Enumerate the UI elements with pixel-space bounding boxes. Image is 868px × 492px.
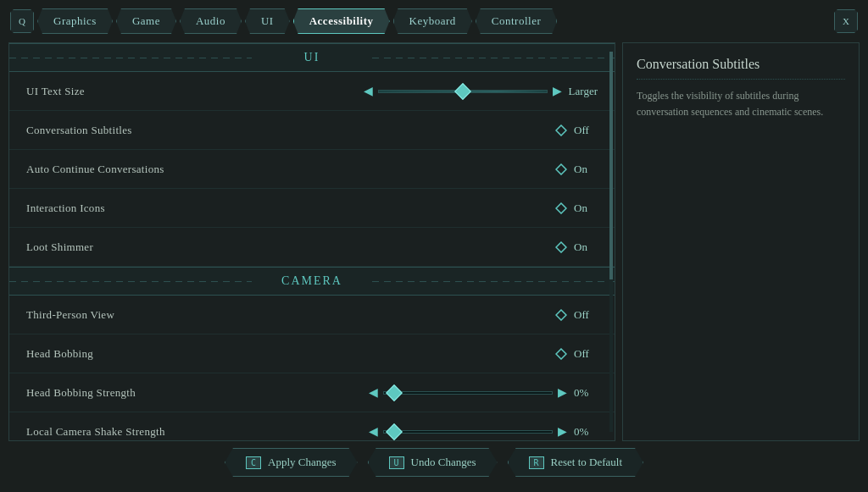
setting-third-person-view[interactable]: Third-Person View Off bbox=[9, 296, 615, 334]
tab-game[interactable]: Game bbox=[116, 8, 176, 34]
setting-camera-shake-strength[interactable]: Local Camera Shake Strength ◀ ▶ 0% bbox=[9, 412, 615, 441]
setting-value: Off bbox=[479, 308, 598, 322]
setting-value: Off bbox=[479, 347, 598, 361]
nav-corner-q[interactable]: Q bbox=[10, 9, 34, 33]
setting-value: On bbox=[479, 240, 598, 254]
x-label: X bbox=[843, 16, 849, 26]
toggle-icon bbox=[555, 124, 567, 136]
setting-label: Auto Continue Conversations bbox=[26, 163, 479, 176]
slider-right-arrow[interactable]: ▶ bbox=[558, 385, 567, 400]
reset-to-default-button[interactable]: R Reset to Default bbox=[508, 448, 644, 477]
setting-label: UI Text Size bbox=[26, 85, 364, 98]
slider-thumb bbox=[454, 83, 471, 100]
slider-track[interactable] bbox=[383, 430, 553, 434]
setting-head-bobbing[interactable]: Head Bobbing Off bbox=[9, 334, 615, 373]
apply-changes-button[interactable]: C Apply Changes bbox=[225, 448, 358, 477]
nav-corner-x[interactable]: X bbox=[834, 9, 858, 33]
setting-label: Interaction Icons bbox=[26, 202, 479, 215]
tab-ui[interactable]: UI bbox=[245, 8, 290, 34]
slider-left-arrow[interactable]: ◀ bbox=[369, 424, 378, 439]
toggle-value: Off bbox=[574, 124, 598, 137]
reset-key-badge: R bbox=[529, 456, 544, 469]
undo-changes-button[interactable]: U Undo Changes bbox=[368, 448, 498, 477]
setting-label: Local Camera Shake Strength bbox=[26, 425, 369, 439]
toggle-icon bbox=[555, 309, 567, 321]
ui-section-title: UI bbox=[287, 51, 337, 64]
setting-label: Head Bobbing bbox=[26, 347, 479, 361]
setting-label: Conversation Subtitles bbox=[26, 124, 479, 137]
svg-marker-5 bbox=[556, 349, 566, 359]
bottom-bar: C Apply Changes U Undo Changes R Reset t… bbox=[0, 441, 868, 484]
slider-track[interactable] bbox=[378, 90, 548, 93]
slider-value-text: Larger bbox=[569, 85, 598, 98]
scrollbar[interactable] bbox=[609, 52, 613, 432]
info-panel: Conversation Subtitles Toggles the visib… bbox=[622, 42, 860, 441]
reset-label: Reset to Default bbox=[551, 456, 622, 469]
slider-right-arrow[interactable]: ▶ bbox=[553, 84, 562, 98]
settings-panel: UI UI Text Size ◀ ▶ Larger Conversation … bbox=[8, 42, 615, 441]
slider-left-arrow[interactable]: ◀ bbox=[364, 84, 373, 98]
setting-value: ◀ ▶ 0% bbox=[369, 385, 598, 400]
main-content: UI UI Text Size ◀ ▶ Larger Conversation … bbox=[0, 42, 868, 441]
apply-label: Apply Changes bbox=[268, 456, 337, 469]
tab-controller[interactable]: Controller bbox=[476, 8, 557, 34]
slider-ui-text-size[interactable]: ◀ ▶ bbox=[364, 84, 562, 98]
slider-camera-shake[interactable]: ◀ ▶ bbox=[369, 424, 567, 439]
tab-keyboard[interactable]: Keyboard bbox=[393, 8, 472, 34]
undo-label: Undo Changes bbox=[411, 456, 476, 469]
scroll-thumb[interactable] bbox=[609, 52, 613, 279]
svg-marker-1 bbox=[556, 164, 566, 174]
setting-head-bobbing-strength[interactable]: Head Bobbing Strength ◀ ▶ 0% bbox=[9, 373, 615, 412]
slider-thumb bbox=[386, 384, 403, 401]
toggle-value: On bbox=[574, 240, 598, 254]
tab-accessibility[interactable]: Accessibility bbox=[293, 8, 390, 34]
toggle-value: Off bbox=[574, 308, 598, 322]
toggle-icon bbox=[555, 163, 567, 175]
setting-value: ◀ ▶ Larger bbox=[364, 84, 598, 98]
toggle-icon bbox=[555, 348, 567, 360]
slider-left-arrow[interactable]: ◀ bbox=[369, 385, 378, 400]
setting-value: On bbox=[479, 163, 598, 176]
apply-key-badge: C bbox=[246, 456, 261, 469]
setting-auto-continue[interactable]: Auto Continue Conversations On bbox=[9, 150, 615, 189]
undo-key-badge: U bbox=[389, 456, 404, 469]
slider-value-text: 0% bbox=[574, 386, 598, 400]
svg-marker-3 bbox=[556, 242, 566, 252]
svg-marker-0 bbox=[556, 125, 566, 135]
setting-conversation-subtitles[interactable]: Conversation Subtitles Off bbox=[9, 111, 615, 150]
top-navigation: Q Graphics Game Audio UI Accessibility K… bbox=[0, 0, 868, 42]
slider-right-arrow[interactable]: ▶ bbox=[558, 424, 567, 439]
q-label: Q bbox=[19, 16, 25, 26]
slider-value-text: 0% bbox=[574, 425, 598, 439]
info-panel-description: Toggles the visibility of subtitles duri… bbox=[637, 88, 845, 120]
toggle-value: On bbox=[574, 163, 598, 176]
toggle-value: Off bbox=[574, 347, 598, 361]
ui-section-header: UI bbox=[9, 43, 615, 72]
slider-thumb bbox=[386, 423, 403, 440]
setting-interaction-icons[interactable]: Interaction Icons On bbox=[9, 189, 615, 228]
camera-section-title: Camera bbox=[264, 274, 359, 288]
toggle-value: On bbox=[574, 202, 598, 215]
setting-value: Off bbox=[479, 124, 598, 137]
setting-label: Head Bobbing Strength bbox=[26, 386, 369, 400]
setting-value: On bbox=[479, 202, 598, 215]
setting-ui-text-size[interactable]: UI Text Size ◀ ▶ Larger bbox=[9, 72, 615, 111]
info-panel-title: Conversation Subtitles bbox=[637, 57, 845, 80]
slider-track[interactable] bbox=[383, 391, 553, 395]
tab-audio[interactable]: Audio bbox=[180, 8, 242, 34]
toggle-icon bbox=[555, 241, 567, 253]
setting-label: Third-Person View bbox=[26, 308, 479, 322]
svg-marker-4 bbox=[556, 310, 566, 320]
slider-head-bobbing[interactable]: ◀ ▶ bbox=[369, 385, 567, 400]
setting-label: Loot Shimmer bbox=[26, 240, 479, 254]
toggle-icon bbox=[555, 202, 567, 214]
setting-loot-shimmer[interactable]: Loot Shimmer On bbox=[9, 228, 615, 267]
setting-value: ◀ ▶ 0% bbox=[369, 424, 598, 439]
camera-section-header: Camera bbox=[9, 267, 615, 296]
svg-marker-2 bbox=[556, 203, 566, 213]
tab-graphics[interactable]: Graphics bbox=[37, 8, 113, 34]
